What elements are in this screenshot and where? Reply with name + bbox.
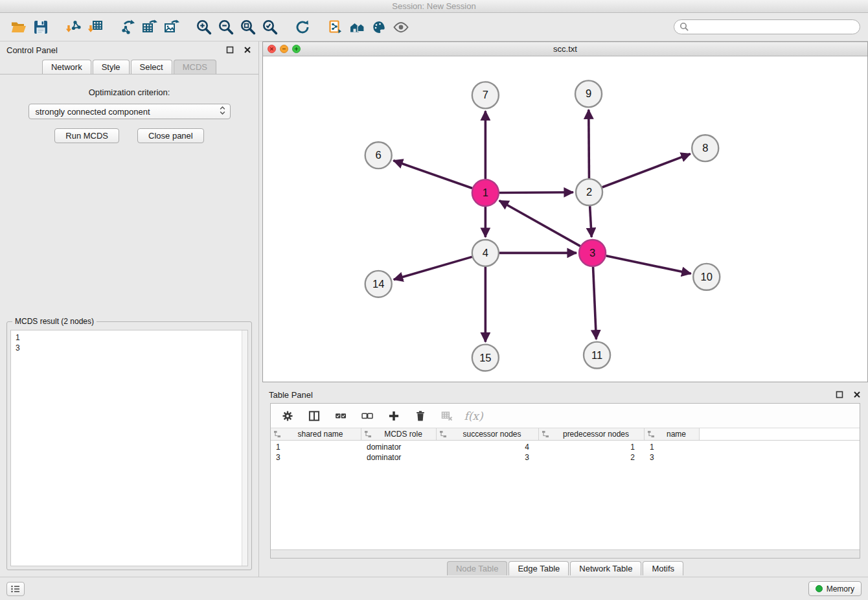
edge-4-14[interactable] — [394, 257, 472, 279]
tab-node-table[interactable]: Node Table — [447, 561, 508, 575]
edge-1-6[interactable] — [393, 161, 472, 189]
node-label: 11 — [591, 349, 602, 361]
node-7[interactable]: 7 — [472, 82, 499, 108]
window-minimize-button[interactable] — [280, 45, 288, 53]
network-window: scc.txt 7968124314101511 — [262, 41, 868, 382]
zoom-fit-button[interactable] — [237, 16, 259, 38]
memory-label: Memory — [827, 584, 854, 594]
zoom-selected-button[interactable] — [259, 16, 281, 38]
node-4[interactable]: 4 — [472, 240, 499, 266]
task-history-button[interactable] — [6, 582, 25, 596]
column-header-predecessor-nodes[interactable]: predecessor nodes — [539, 428, 645, 440]
add-row-button[interactable] — [386, 408, 402, 424]
table-panel-header: Table Panel — [262, 386, 868, 403]
search-input[interactable] — [674, 19, 860, 34]
table-body: 1dominator4113dominator323 — [271, 441, 860, 549]
tab-select[interactable]: Select — [131, 60, 172, 74]
import-table-button[interactable] — [84, 16, 106, 38]
edge-3-11[interactable] — [593, 267, 597, 340]
export-image-icon — [163, 19, 180, 36]
table-horizontal-scrollbar[interactable] — [271, 549, 860, 558]
close-panel-button-mcds[interactable]: Close panel — [137, 128, 204, 143]
node-14[interactable]: 14 — [365, 271, 392, 297]
float-window-icon — [836, 391, 843, 398]
control-panel: Control Panel NetworkStyleSelectMCDS Opt… — [0, 41, 259, 577]
import-network-button[interactable] — [62, 16, 84, 38]
delete-row-icon — [414, 410, 427, 422]
unselect-all-button[interactable] — [360, 408, 375, 424]
column-sort-icon — [542, 430, 549, 438]
show-hide-icon — [393, 19, 409, 36]
node-15[interactable]: 15 — [472, 345, 499, 371]
column-sort-icon — [439, 430, 447, 438]
edge-2-3[interactable] — [590, 206, 592, 237]
export-table-button[interactable] — [139, 16, 161, 38]
home-icon — [348, 19, 365, 36]
table-row[interactable]: 1dominator411 — [271, 442, 860, 452]
function-builder-icon: f(x) — [464, 410, 483, 422]
edge-3-1[interactable] — [499, 201, 580, 246]
column-label: MCDS role — [373, 430, 433, 439]
mcds-result-list[interactable]: 13 — [10, 330, 248, 566]
export-image-button[interactable] — [161, 16, 183, 38]
column-header-shared-name[interactable]: shared name — [271, 428, 361, 440]
edge-2-9[interactable] — [589, 110, 589, 178]
open-session-button[interactable] — [8, 16, 30, 38]
node-1[interactable]: 1 — [472, 179, 499, 206]
tab-network[interactable]: Network — [42, 60, 91, 74]
memory-button[interactable]: Memory — [808, 581, 862, 596]
network-canvas[interactable]: 7968124314101511 — [263, 56, 867, 382]
zoom-out-button[interactable] — [215, 16, 237, 38]
edge-2-8[interactable] — [602, 154, 691, 187]
float-panel-button[interactable] — [225, 45, 234, 55]
delete-row-button[interactable] — [413, 408, 428, 424]
window-close-button[interactable] — [268, 45, 276, 53]
cell-successor-nodes: 3 — [437, 453, 539, 462]
apply-style-button[interactable] — [368, 16, 390, 38]
home-button[interactable] — [346, 16, 368, 38]
tab-network-table[interactable]: Network Table — [570, 561, 641, 575]
criterion-dropdown[interactable]: strongly connected component — [29, 104, 231, 119]
column-header-name[interactable]: name — [645, 428, 700, 440]
node-2[interactable]: 2 — [576, 179, 602, 205]
cell-predecessor-nodes: 1 — [539, 443, 645, 452]
node-11[interactable]: 11 — [584, 342, 610, 369]
run-mcds-button[interactable]: Run MCDS — [54, 128, 119, 143]
zoom-selected-icon — [262, 19, 279, 36]
toolbar-separator — [183, 27, 193, 27]
table-row[interactable]: 3dominator323 — [271, 452, 860, 463]
float-table-panel-button[interactable] — [834, 390, 844, 400]
settings-button[interactable] — [280, 408, 295, 424]
node-8[interactable]: 8 — [692, 135, 718, 161]
tab-style[interactable]: Style — [93, 60, 130, 74]
tab-edge-table[interactable]: Edge Table — [508, 561, 569, 575]
node-10[interactable]: 10 — [693, 264, 720, 290]
clone-network-button[interactable] — [324, 16, 346, 38]
export-network-button[interactable] — [117, 16, 139, 38]
right-side: scc.txt 7968124314101511 Table Panel f(x… — [262, 41, 868, 577]
save-session-button[interactable] — [30, 16, 52, 38]
zoom-in-button[interactable] — [193, 16, 215, 38]
refresh-button[interactable] — [291, 16, 314, 38]
column-header-mcds-role[interactable]: MCDS role — [361, 428, 437, 440]
tab-motifs[interactable]: Motifs — [643, 561, 683, 575]
close-table-panel-button[interactable] — [852, 390, 862, 400]
cell-shared-name: 1 — [271, 443, 361, 452]
window-zoom-button[interactable] — [292, 45, 301, 53]
node-9[interactable]: 9 — [575, 80, 602, 107]
tab-mcds[interactable]: MCDS — [174, 60, 216, 74]
node-3[interactable]: 3 — [579, 240, 606, 266]
show-columns-button[interactable] — [306, 408, 322, 424]
select-all-icon — [334, 410, 347, 422]
node-label: 7 — [483, 89, 488, 100]
close-panel-button[interactable] — [242, 45, 252, 55]
result-scrollbar[interactable] — [242, 330, 247, 566]
show-hide-button[interactable] — [390, 16, 412, 38]
edge-1-2[interactable] — [499, 192, 573, 193]
column-header-successor-nodes[interactable]: successor nodes — [437, 428, 539, 440]
node-6[interactable]: 6 — [365, 142, 392, 168]
edge-3-10[interactable] — [606, 256, 691, 274]
select-all-button[interactable] — [333, 408, 348, 424]
export-network-icon — [119, 19, 136, 36]
toolbar-separator — [314, 27, 324, 27]
